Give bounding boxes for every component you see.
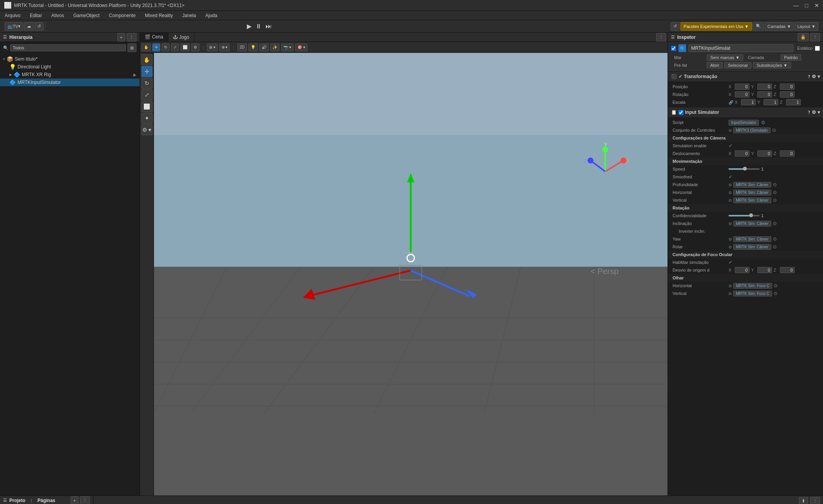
dev-y-input[interactable]: [757, 267, 772, 273]
project-add-btn[interactable]: +: [71, 496, 79, 504]
toolstrip-gizmo[interactable]: ✦: [142, 113, 152, 124]
tool-rotate[interactable]: ↻: [162, 44, 169, 51]
yaw-value[interactable]: MRTK Sim: Câmer: [733, 236, 771, 242]
scene-options-btn[interactable]: ⋮: [656, 33, 666, 42]
input-sim-active-checkbox[interactable]: [678, 110, 683, 115]
tool-grid[interactable]: ⊞ ▾: [207, 44, 218, 51]
hierarchy-menu-btn[interactable]: ⋮: [127, 33, 136, 42]
menu-ativos[interactable]: Ativos: [50, 12, 66, 19]
vertical-value[interactable]: MRTK Sim: Câmer: [733, 197, 771, 203]
minimize-btn[interactable]: —: [793, 2, 799, 9]
prefab-overrides-btn[interactable]: Substituições ▼: [753, 62, 791, 68]
incl-value[interactable]: MRTK Sim: Câmer: [733, 221, 771, 227]
experimental-pkg-btn[interactable]: Pacotes Experimentais em Uso ▼: [680, 22, 752, 31]
asset-maximize-btn[interactable]: ⬆: [799, 497, 808, 504]
olhar-horiz-value[interactable]: MRTK Sim: Foco C: [733, 283, 772, 289]
hab-sim-check[interactable]: ✓: [729, 260, 732, 265]
menu-componente[interactable]: Componente: [107, 12, 137, 19]
tool-fx[interactable]: ✨: [270, 44, 280, 51]
pos-z-input[interactable]: [780, 84, 795, 90]
toolstrip-move[interactable]: ✛: [142, 66, 152, 77]
transform-help[interactable]: ?: [808, 75, 810, 79]
inspector-menu-btn[interactable]: ⋮: [810, 33, 820, 42]
hierarchy-add-btn[interactable]: +: [117, 33, 125, 42]
conf-thumb[interactable]: [749, 213, 753, 217]
scale-x-input[interactable]: [741, 99, 756, 105]
input-sim-settings[interactable]: ⚙: [812, 110, 816, 115]
layer-dropdown[interactable]: Padrão: [781, 54, 801, 61]
rolar-value[interactable]: MRTK Sim: Câmer: [733, 244, 771, 250]
menu-editar[interactable]: Editar: [28, 12, 44, 19]
static-checkbox[interactable]: [815, 46, 820, 51]
layout-btn[interactable]: Layout ▼: [795, 22, 818, 31]
scale-y-input[interactable]: [764, 99, 778, 105]
transform-settings[interactable]: ⚙: [812, 74, 816, 79]
tool-hand[interactable]: ✋: [142, 44, 151, 51]
tool-light[interactable]: 💡: [248, 44, 258, 51]
scene-viewport[interactable]: X Y Z < Persp: [154, 53, 667, 495]
menu-janela[interactable]: Janela: [181, 12, 197, 19]
hierarchy-item-mrtk-input-sim[interactable]: 🔷 MRTKInputSimulator: [0, 78, 140, 86]
conf-slider[interactable]: 1: [729, 213, 818, 218]
pos-y-input[interactable]: [757, 84, 772, 90]
obj-name-input[interactable]: [688, 44, 793, 52]
toolstrip-rotate[interactable]: ↻: [142, 78, 152, 89]
cloud-btn[interactable]: ☁: [24, 22, 34, 31]
title-controls[interactable]: — □ ✕: [793, 2, 819, 9]
tool-gizmos[interactable]: 🎯 ▾: [295, 44, 308, 51]
rot-x-input[interactable]: [735, 91, 750, 98]
tv-dropdown[interactable]: 📺 TV ▾: [5, 22, 23, 31]
input-sim-help[interactable]: ?: [808, 110, 810, 115]
obj-active-checkbox[interactable]: [671, 46, 676, 51]
camadas-btn[interactable]: Camadas ▼: [765, 22, 794, 31]
controles-value[interactable]: MRTK3 (Simulado: [733, 127, 771, 133]
tool-scale[interactable]: ⤢: [171, 44, 179, 51]
desl-x-input[interactable]: [735, 150, 750, 157]
speed-thumb[interactable]: [743, 167, 747, 171]
menu-ajuda[interactable]: Ajuda: [204, 12, 219, 19]
script-value[interactable]: InputSimulator: [729, 120, 759, 126]
scale-z-input[interactable]: [786, 99, 801, 105]
maximize-btn[interactable]: □: [805, 2, 808, 9]
tab-scene[interactable]: 🎬 Cena: [140, 33, 168, 42]
pause-btn[interactable]: ⏸: [254, 23, 263, 30]
toolstrip-hand[interactable]: ✋: [142, 54, 152, 65]
tool-rect[interactable]: ⬜: [180, 44, 190, 51]
pos-x-input[interactable]: [735, 84, 750, 90]
tool-transform[interactable]: ⚙: [191, 44, 199, 51]
history-btn[interactable]: ↺: [35, 22, 44, 31]
asset-menu-btn[interactable]: ⋮: [810, 497, 820, 504]
smoothed-check[interactable]: ✓: [729, 174, 732, 180]
hierarchy-search-input[interactable]: [10, 44, 126, 51]
dev-z-input[interactable]: [780, 267, 795, 273]
horizontal-value[interactable]: MRTK Sim: Câmer: [733, 190, 771, 195]
close-btn[interactable]: ✕: [814, 2, 819, 9]
rot-z-input[interactable]: [780, 91, 795, 98]
rot-y-input[interactable]: [757, 91, 772, 98]
input-sim-section-header[interactable]: 📋 Input Simulator ? ⚙ ▾: [668, 108, 823, 117]
tag-dropdown[interactable]: Sem marcas ▼: [707, 54, 743, 61]
inspector-lock-btn[interactable]: 🔓: [798, 33, 809, 42]
hierarchy-item-sem-titulo[interactable]: ▾ 📦 Sem título*: [0, 55, 140, 63]
tool-2d[interactable]: 2D: [237, 44, 247, 51]
desl-y-input[interactable]: [757, 150, 772, 157]
speed-slider[interactable]: 1: [729, 167, 818, 171]
tool-move[interactable]: ✛: [152, 44, 160, 51]
play-btn[interactable]: ▶: [245, 23, 253, 30]
tool-camera[interactable]: 📷 ▾: [281, 44, 294, 51]
hierarchy-item-directional-light[interactable]: 💡 Directional Light: [0, 63, 140, 71]
hierarchy-filter-btn[interactable]: ⊞: [128, 44, 136, 52]
project-menu-btn[interactable]: ⋮: [80, 496, 90, 504]
step-btn[interactable]: ⏭: [264, 23, 273, 30]
menu-gameobject[interactable]: GameObject: [72, 12, 101, 19]
sim-enable-check[interactable]: ✓: [729, 143, 732, 148]
toolstrip-scale[interactable]: ⤢: [142, 89, 152, 100]
search-btn[interactable]: 🔍: [753, 22, 764, 31]
profundidade-value[interactable]: MRTK Sim: Câmer: [733, 182, 771, 188]
toolstrip-rect[interactable]: ⬜: [142, 101, 152, 112]
tab-game[interactable]: 🕹 Jogo: [168, 33, 194, 42]
prefab-select-btn[interactable]: Selecionar: [724, 62, 751, 68]
olhar-vert-value[interactable]: MRTK Sim: Foco C: [733, 291, 772, 296]
undo-btn[interactable]: ↺: [671, 22, 680, 31]
tool-audio[interactable]: 🔊: [259, 44, 269, 51]
